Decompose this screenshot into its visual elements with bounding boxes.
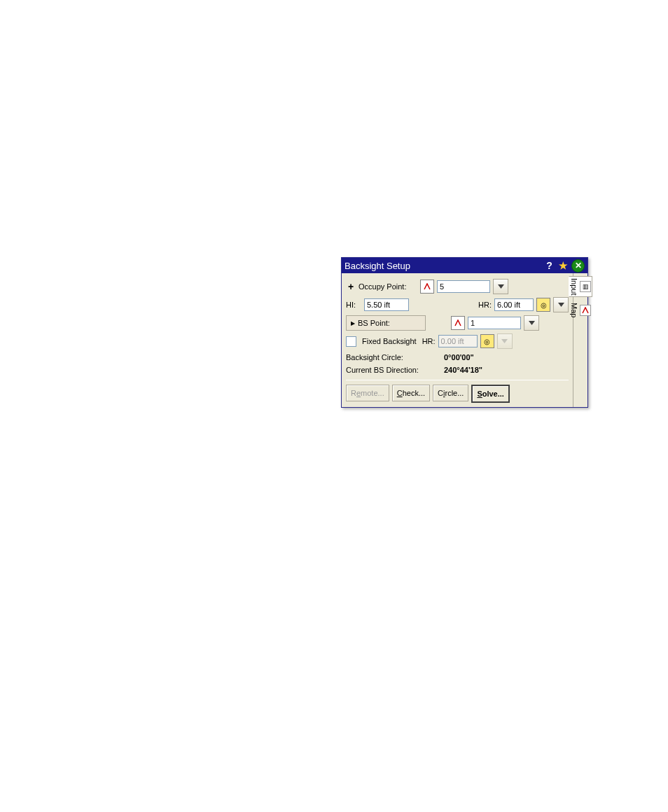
tab-input-label: Input [570,278,578,295]
fixed-backsight-checkbox[interactable] [346,336,356,347]
bs-from-map-button[interactable] [451,316,465,330]
check-button[interactable]: Check... [392,385,430,401]
occupy-point-input[interactable] [437,280,490,293]
hi-input[interactable] [364,298,409,311]
bs-point-input[interactable] [468,317,521,329]
input-tab-icon: ▥ [580,281,591,292]
plus-icon: + [346,281,356,292]
titlebar: Backsight Setup ? ★ ✕ [342,258,587,273]
favorite-button[interactable]: ★ [557,260,569,272]
side-tabs: ▥ Input Map [573,273,587,407]
backsight-circle-value: 0°00'00" [444,353,474,362]
hr-smart-target-button[interactable]: ◎ [536,298,550,312]
map-tab-icon [580,305,591,316]
backsight-circle-label: Backsight Circle: [346,353,444,362]
bs-point-button[interactable]: ▶ BS Point: [346,315,426,331]
fixed-hr-input [438,335,478,347]
current-bs-direction-label: Current BS Direction: [346,366,444,374]
fixed-hr-label: HR: [422,337,436,345]
tab-input[interactable]: ▥ Input [569,276,592,297]
tab-map-label: Map [570,303,578,317]
bs-point-button-label: BS Point: [358,319,390,327]
occupy-point-label: Occupy Point: [359,282,417,291]
solve-button[interactable]: Solve... [471,385,510,403]
dialog-title: Backsight Setup [345,261,541,271]
help-button[interactable]: ? [543,260,555,272]
close-button[interactable]: ✕ [571,259,585,273]
bs-point-dropdown[interactable] [524,315,539,331]
occupy-from-map-button[interactable] [420,280,434,294]
fixed-hr-dropdown [497,333,513,349]
dialog-content: + Occupy Point: HI: HR: ◎ [342,273,573,407]
fixed-hr-smart-target-button[interactable]: ◎ [480,334,494,348]
occupy-point-dropdown[interactable] [493,279,508,294]
current-bs-direction-value: 240°44'18" [444,366,482,374]
remote-button: Remote... [346,385,389,401]
tab-map[interactable]: Map [570,303,591,317]
hr-dropdown[interactable] [553,297,569,312]
backsight-setup-dialog: Backsight Setup ? ★ ✕ + Occupy Point: HI… [341,257,588,408]
fixed-backsight-label: Fixed Backsight [362,337,417,345]
triangle-right-icon: ▶ [351,320,355,326]
circle-button[interactable]: Circle... [433,385,468,401]
hr-input[interactable] [494,298,534,311]
hi-label: HI: [346,301,361,309]
hr-label: HR: [478,301,492,309]
